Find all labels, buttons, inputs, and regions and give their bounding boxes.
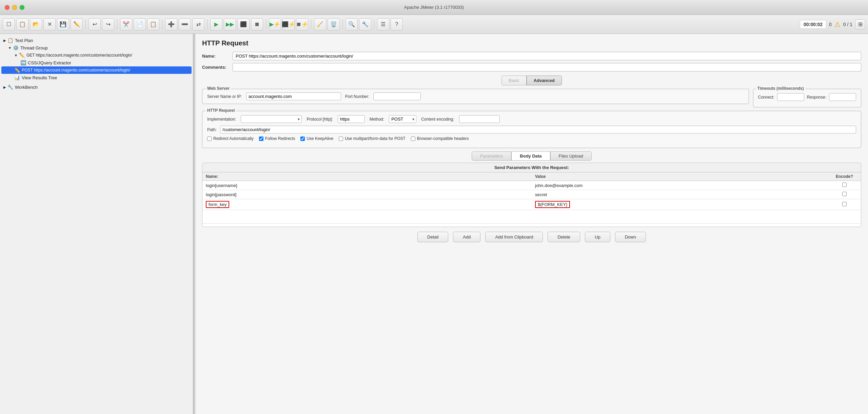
add-clipboard-button[interactable]: Add from Clipboard: [485, 232, 543, 242]
test-plan-icon: 📋: [7, 38, 13, 43]
connect-label: Connect:: [758, 95, 774, 100]
open-button[interactable]: 📂: [30, 18, 42, 30]
results-tree-label: View Results Tree: [22, 75, 57, 80]
sep8: [374, 19, 374, 29]
sep5: [266, 19, 266, 29]
test-plan-label: Test Plan: [15, 38, 33, 43]
encode-checkbox-1[interactable]: [842, 192, 847, 196]
expand-button[interactable]: ➕: [165, 18, 177, 30]
warning-count: 0: [829, 22, 832, 27]
tab-body-data[interactable]: Body Data: [511, 151, 550, 161]
edit-button[interactable]: ✏️: [71, 18, 83, 30]
follow-redirects-checkbox[interactable]: [259, 137, 263, 141]
post-request-icon: ✏️: [14, 67, 20, 73]
sep1: [85, 19, 86, 29]
function-helper-button[interactable]: 🔧: [359, 18, 371, 30]
post-request-label: POST https://account.magento.com/custome…: [22, 68, 130, 73]
collapse-button[interactable]: ➖: [179, 18, 191, 30]
remote-start-button[interactable]: ▶⚡: [269, 18, 281, 30]
encode-checkbox-0[interactable]: [842, 183, 847, 187]
impl-label: Implementation:: [207, 117, 236, 122]
copy-button[interactable]: 📄: [134, 18, 146, 30]
sidebar-item-thread-group[interactable]: ▼ ⚙️ Thread Group: [1, 44, 192, 51]
comments-input[interactable]: [233, 63, 861, 71]
response-input[interactable]: [829, 93, 856, 101]
save-button[interactable]: 💾: [57, 18, 69, 30]
sidebar-item-post-request[interactable]: ✏️ POST https://account.magento.com/cust…: [1, 66, 192, 74]
clear-all-button[interactable]: 🗑️: [328, 18, 340, 30]
follow-redirects-label: Follow Redirects: [265, 136, 295, 141]
toggle-log-button[interactable]: ⊞: [855, 19, 865, 29]
web-server-title: Web Server: [206, 86, 231, 91]
workbench-icon: 🔧: [7, 84, 13, 90]
http-request-inner-group: HTTP Request Implementation: HttpClient4…: [202, 111, 861, 148]
templates-button[interactable]: 📋: [16, 18, 28, 30]
connect-input[interactable]: [777, 93, 804, 101]
name-label: Name:: [202, 54, 233, 59]
shutdown-button[interactable]: ⏹: [251, 18, 263, 30]
remote-exit-button[interactable]: ⏹⚡: [296, 18, 308, 30]
stop-button[interactable]: ⬛: [237, 18, 250, 30]
params-table: Name: Value Encode? login[username] john…: [202, 172, 861, 224]
name-input[interactable]: [233, 52, 861, 60]
sidebar-item-test-plan[interactable]: ▶ 📋 Test Plan: [1, 37, 192, 44]
keepalive-label: Use KeepAlive: [307, 136, 333, 141]
web-server-group: Web Server Server Name or IP: Port Numbe…: [202, 89, 749, 104]
up-button[interactable]: Up: [585, 232, 610, 242]
port-number-input[interactable]: [373, 92, 421, 100]
keepalive-checkbox[interactable]: [300, 137, 305, 141]
server-name-label: Server Name or IP:: [207, 94, 242, 99]
path-input[interactable]: [220, 126, 856, 133]
table-row: login[password] secret: [202, 190, 861, 199]
browser-compat-item: Browser-compatible headers: [411, 136, 469, 141]
search-button[interactable]: 🔍: [346, 18, 358, 30]
path-label: Path:: [207, 127, 217, 132]
multipart-item: Use multipart/form-data for POST: [339, 136, 406, 141]
detail-button[interactable]: Detail: [417, 232, 448, 242]
sidebar-item-css-extractor[interactable]: ➡️ CSS/JQuery Extractor: [1, 59, 192, 66]
undo-button[interactable]: ↩: [88, 18, 101, 30]
list-view-button[interactable]: ☰: [377, 18, 389, 30]
help-button[interactable]: ?: [391, 18, 403, 30]
close-button[interactable]: [5, 5, 9, 10]
redirect-auto-checkbox[interactable]: [207, 137, 212, 141]
implementation-select[interactable]: HttpClient4 Java: [241, 115, 302, 123]
sidebar-item-workbench[interactable]: ▶ 🔧 WorkBench: [1, 83, 192, 91]
close-test-button[interactable]: ✕: [43, 18, 56, 30]
delete-button[interactable]: Delete: [548, 232, 580, 242]
redo-button[interactable]: ↪: [102, 18, 114, 30]
method-select[interactable]: POST GET PUT DELETE: [389, 115, 416, 123]
paste-button[interactable]: 📋: [147, 18, 159, 30]
server-name-input[interactable]: [246, 92, 341, 100]
start-no-pause-button[interactable]: ▶▶: [224, 18, 236, 30]
tab-parameters[interactable]: Parameters: [472, 151, 511, 161]
add-button[interactable]: Add: [453, 232, 480, 242]
sidebar-item-results-tree[interactable]: 📊 View Results Tree: [1, 74, 192, 81]
browser-compat-checkbox[interactable]: [411, 137, 415, 141]
window-title: Apache JMeter (3.1 r1770033): [404, 5, 464, 10]
sidebar-item-get-request[interactable]: ▼ ✏️ GET https://account.magento.com/cus…: [1, 51, 192, 59]
timeouts-title: Timeouts (milliseconds): [756, 86, 805, 91]
protocol-input[interactable]: [338, 115, 365, 123]
tab-files-upload[interactable]: Files Upload: [550, 151, 592, 161]
arrow-icon: ▶: [3, 85, 6, 89]
clear-button[interactable]: 🧹: [314, 18, 326, 30]
cut-button[interactable]: ✂️: [120, 18, 132, 30]
multipart-checkbox[interactable]: [339, 137, 343, 141]
maximize-button[interactable]: [20, 5, 24, 10]
encoding-input[interactable]: [459, 115, 500, 123]
encode-checkbox-2[interactable]: [842, 202, 847, 206]
tab-basic[interactable]: Basic: [501, 76, 527, 85]
minimize-button[interactable]: [12, 5, 17, 10]
start-button[interactable]: ▶: [210, 18, 222, 30]
down-button[interactable]: Down: [615, 232, 646, 242]
toggle-button[interactable]: ⇄: [192, 18, 204, 30]
tab-advanced[interactable]: Advanced: [527, 76, 562, 85]
timer-display: 00:00:02: [800, 20, 826, 29]
sep4: [207, 19, 208, 29]
window-controls: [5, 5, 24, 10]
remote-stop-button[interactable]: ⬛⚡: [282, 18, 295, 30]
new-button[interactable]: ☐: [3, 18, 15, 30]
arrow-icon: ▶: [3, 39, 6, 42]
results-tree-icon: 📊: [14, 75, 20, 80]
